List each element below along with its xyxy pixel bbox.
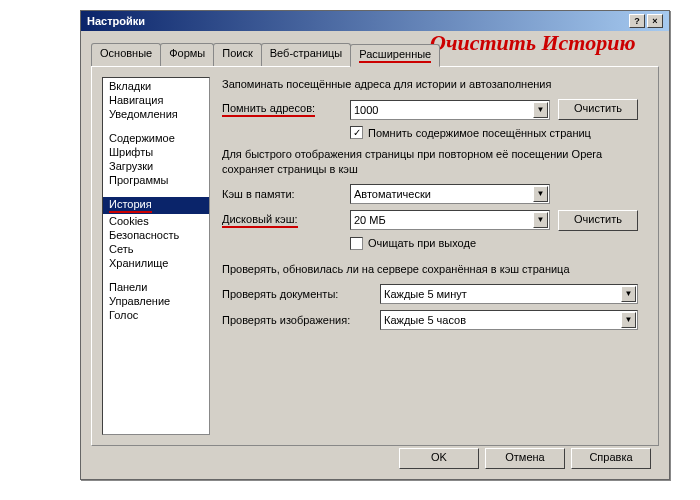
sidebar-item-management[interactable]: Управление bbox=[103, 294, 209, 308]
sidebar-item-navigation[interactable]: Навигация bbox=[103, 93, 209, 107]
sidebar: Вкладки Навигация Уведомления Содержимое… bbox=[102, 77, 210, 435]
cancel-button[interactable]: Отмена bbox=[485, 448, 565, 469]
tab-search[interactable]: Поиск bbox=[213, 43, 261, 66]
sidebar-item-security[interactable]: Безопасность bbox=[103, 228, 209, 242]
check-imgs-select[interactable]: Каждые 5 часов ▼ bbox=[380, 310, 638, 330]
cache-desc: Для быстрого отображения страницы при по… bbox=[222, 147, 648, 176]
help-button[interactable]: ? bbox=[629, 14, 645, 28]
clear-on-exit-checkbox[interactable]: Очищать при выходе bbox=[350, 237, 476, 250]
window-title: Настройки bbox=[87, 15, 145, 27]
disk-cache-label: Дисковый кэш: bbox=[222, 213, 298, 228]
sidebar-item-notifications[interactable]: Уведомления bbox=[103, 107, 209, 121]
check-desc: Проверять, обновилась ли на сервере сохр… bbox=[222, 262, 648, 276]
sidebar-item-panels[interactable]: Панели bbox=[103, 280, 209, 294]
tab-forms[interactable]: Формы bbox=[160, 43, 214, 66]
remember-content-checkbox[interactable]: ✓ Помнить содержимое посещённых страниц bbox=[350, 126, 591, 139]
chevron-down-icon: ▼ bbox=[533, 102, 548, 118]
titlebar-buttons: ? × bbox=[629, 14, 663, 28]
chevron-down-icon: ▼ bbox=[533, 212, 548, 228]
content-area: Запоминать посещённые адреса для истории… bbox=[222, 77, 648, 435]
sidebar-item-cookies[interactable]: Cookies bbox=[103, 214, 209, 228]
check-docs-select[interactable]: Каждые 5 минут ▼ bbox=[380, 284, 638, 304]
dialog-buttons: OK Отмена Справка bbox=[399, 448, 651, 469]
sidebar-item-storage[interactable]: Хранилище bbox=[103, 256, 209, 270]
sidebar-item-tabs[interactable]: Вкладки bbox=[103, 79, 209, 93]
check-imgs-label: Проверять изображения: bbox=[222, 314, 372, 326]
check-docs-label: Проверять документы: bbox=[222, 288, 372, 300]
chevron-down-icon: ▼ bbox=[621, 312, 636, 328]
tab-strip: Основные Формы Поиск Веб-страницы Расшир… bbox=[91, 43, 659, 66]
titlebar: Настройки ? × bbox=[81, 11, 669, 31]
sidebar-item-downloads[interactable]: Загрузки bbox=[103, 159, 209, 173]
checkbox-icon bbox=[350, 237, 363, 250]
clear-cache-button[interactable]: Очистить bbox=[558, 210, 638, 231]
clear-history-button[interactable]: Очистить bbox=[558, 99, 638, 120]
tab-advanced[interactable]: Расширенные bbox=[350, 44, 440, 67]
settings-window: Настройки ? × Основные Формы Поиск Веб-с… bbox=[80, 10, 670, 480]
sidebar-item-fonts[interactable]: Шрифты bbox=[103, 145, 209, 159]
disk-cache-select[interactable]: 20 МБ ▼ bbox=[350, 210, 550, 230]
sidebar-item-voice[interactable]: Голос bbox=[103, 308, 209, 322]
mem-cache-select[interactable]: Автоматически ▼ bbox=[350, 184, 550, 204]
mem-cache-label: Кэш в памяти: bbox=[222, 188, 342, 200]
sidebar-item-programs[interactable]: Программы bbox=[103, 173, 209, 187]
chevron-down-icon: ▼ bbox=[533, 186, 548, 202]
close-button[interactable]: × bbox=[647, 14, 663, 28]
remember-addresses-select[interactable]: 1000 ▼ bbox=[350, 100, 550, 120]
remember-addresses-label: Помнить адресов: bbox=[222, 102, 315, 117]
remember-desc: Запоминать посещённые адреса для истории… bbox=[222, 77, 648, 91]
help-button[interactable]: Справка bbox=[571, 448, 651, 469]
sidebar-item-history[interactable]: История bbox=[103, 197, 209, 214]
sidebar-item-network[interactable]: Сеть bbox=[103, 242, 209, 256]
ok-button[interactable]: OK bbox=[399, 448, 479, 469]
checkbox-icon: ✓ bbox=[350, 126, 363, 139]
sidebar-item-content[interactable]: Содержимое bbox=[103, 131, 209, 145]
tab-main[interactable]: Основные bbox=[91, 43, 161, 66]
chevron-down-icon: ▼ bbox=[621, 286, 636, 302]
panel: Вкладки Навигация Уведомления Содержимое… bbox=[91, 66, 659, 446]
tab-webpages[interactable]: Веб-страницы bbox=[261, 43, 352, 66]
